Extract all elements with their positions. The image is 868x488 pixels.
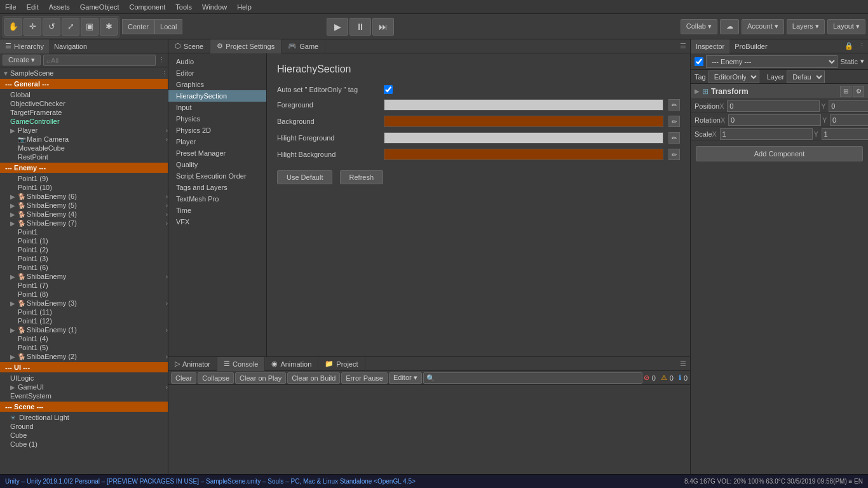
list-item[interactable]: ▶ 🐕 ShibaEnemy (7) › xyxy=(0,219,168,227)
list-item[interactable]: Point1 (8) xyxy=(0,290,168,299)
list-item[interactable]: 📷 Main Camera › xyxy=(0,135,168,144)
list-item[interactable]: ▶ 🐕 ShibaEnemy (6) › xyxy=(0,192,168,201)
tab-game[interactable]: 🎮 Game xyxy=(281,39,325,53)
auto-set-checkbox[interactable] xyxy=(384,85,393,94)
list-item[interactable]: Cube (1) xyxy=(0,440,168,449)
object-active-checkbox[interactable] xyxy=(695,57,703,66)
foreground-color[interactable] xyxy=(384,99,663,111)
hand-tool[interactable]: ✋ xyxy=(4,18,22,36)
list-item[interactable]: ▶ 🐕 ShibaEnemy (3) › xyxy=(0,299,168,308)
list-item[interactable]: EventSystem xyxy=(0,391,168,400)
list-item[interactable]: UILogic xyxy=(0,374,168,383)
rect-tool[interactable]: ▣ xyxy=(81,18,98,36)
list-item[interactable]: ▶ GameUI › xyxy=(0,383,168,391)
editor-dropdown[interactable]: Editor ▾ xyxy=(389,372,422,384)
list-item[interactable]: Point1 (11) xyxy=(0,308,168,316)
list-item[interactable]: TargetFramerate xyxy=(0,108,168,117)
inspector-lock-icon[interactable]: 🔒 xyxy=(842,42,856,50)
combo-tool[interactable]: ✱ xyxy=(100,18,118,36)
settings-item[interactable]: Audio xyxy=(168,56,266,67)
list-item[interactable]: Point1 (6) xyxy=(0,263,168,272)
menu-file[interactable]: File xyxy=(0,2,22,12)
scale-x-input[interactable] xyxy=(720,128,813,140)
list-item[interactable]: ▶ 🐕 ShibaEnemy (1) › xyxy=(0,325,168,334)
position-x-input[interactable] xyxy=(727,100,820,112)
options-icon[interactable]: ⋮ xyxy=(158,56,165,64)
settings-item[interactable]: Time xyxy=(168,205,266,216)
list-item[interactable]: MoveableCube xyxy=(0,144,168,152)
tab-project[interactable]: 📁 Project xyxy=(318,357,365,371)
collab-button[interactable]: Collab ▾ xyxy=(681,19,717,34)
tag-dropdown[interactable]: EditorOnly xyxy=(709,71,759,83)
list-item[interactable]: Global xyxy=(0,90,168,99)
collapse-button[interactable]: Collapse xyxy=(198,372,234,384)
play-button[interactable]: ▶ xyxy=(327,18,348,36)
error-pause-button[interactable]: Error Pause xyxy=(341,372,388,384)
tab-probuilder[interactable]: ProBuilder xyxy=(729,39,772,53)
account-dropdown[interactable]: Account ▾ xyxy=(742,19,784,34)
settings-item[interactable]: Input xyxy=(168,102,266,113)
list-item[interactable]: ▶ 🐕 ShibaEnemy (4) › xyxy=(0,210,168,219)
settings-item[interactable]: Editor xyxy=(168,67,266,79)
clear-button[interactable]: Clear xyxy=(171,372,196,384)
settings-item[interactable]: Player xyxy=(168,136,266,147)
console-search-input[interactable] xyxy=(423,372,642,384)
tab-animator[interactable]: ▷ Animator xyxy=(168,357,217,371)
layout-dropdown[interactable]: Layout ▾ xyxy=(827,19,865,34)
transform-grid-icon[interactable]: ⊞ xyxy=(840,86,851,97)
rotation-y-input[interactable] xyxy=(830,114,868,126)
background-color[interactable] xyxy=(384,116,663,127)
move-tool[interactable]: ✛ xyxy=(24,18,41,36)
tab-console[interactable]: ☰ Console xyxy=(217,357,265,371)
tab-hierarchy[interactable]: ☰ Hierarchy xyxy=(0,39,49,53)
settings-item[interactable]: Physics xyxy=(168,113,266,125)
use-default-button[interactable]: Use Default xyxy=(277,170,332,184)
list-item[interactable]: Point1 (10) xyxy=(0,183,168,192)
list-item[interactable]: Point1 (4) xyxy=(0,334,168,343)
position-y-input[interactable] xyxy=(829,100,868,112)
menu-component[interactable]: Component xyxy=(124,2,170,12)
rotate-tool[interactable]: ↺ xyxy=(43,18,60,36)
hilight-bg-color[interactable] xyxy=(384,149,663,160)
hilight-fg-color[interactable] xyxy=(384,132,663,144)
list-item[interactable]: GameController xyxy=(0,117,168,126)
list-item[interactable]: ☀ Directional Light xyxy=(0,413,168,422)
object-name-dropdown[interactable]: --- Enemy --- xyxy=(706,55,837,68)
tab-scene[interactable]: ⬡ Scene xyxy=(168,39,210,53)
cloud-button[interactable]: ☁ xyxy=(720,19,739,34)
create-button[interactable]: Create ▾ xyxy=(3,55,41,65)
pause-button[interactable]: ⏸ xyxy=(349,18,371,36)
hilight-fg-edit-icon[interactable]: ✏ xyxy=(668,132,680,144)
menu-gameobject[interactable]: GameObject xyxy=(75,2,125,12)
foreground-edit-icon[interactable]: ✏ xyxy=(668,99,680,111)
list-item[interactable]: RestPoint xyxy=(0,152,168,161)
list-item[interactable]: ObjectiveChecker xyxy=(0,99,168,108)
list-item[interactable]: Point1 (1) xyxy=(0,236,168,245)
list-item[interactable]: Point1 (7) xyxy=(0,281,168,290)
settings-item[interactable]: Graphics xyxy=(168,79,266,90)
center-button[interactable]: Center xyxy=(122,19,154,34)
local-button[interactable]: Local xyxy=(154,19,182,34)
menu-tools[interactable]: Tools xyxy=(170,2,197,12)
list-item[interactable]: ▶ 🐕 ShibaEnemy › xyxy=(0,272,168,281)
tab-animation[interactable]: ◉ Animation xyxy=(265,357,318,371)
tab-project-settings[interactable]: ⚙ Project Settings xyxy=(210,39,281,53)
menu-assets[interactable]: Assets xyxy=(44,2,75,12)
rotation-x-input[interactable] xyxy=(728,114,821,126)
tab-navigation[interactable]: Navigation xyxy=(49,39,92,53)
menu-help[interactable]: Help xyxy=(232,2,257,12)
scale-y-input[interactable] xyxy=(822,128,868,140)
bottom-menu-icon[interactable]: ☰ xyxy=(676,360,690,368)
list-item[interactable]: Point1 (5) xyxy=(0,343,168,352)
settings-item[interactable]: Quality xyxy=(168,159,266,170)
static-toggle[interactable]: Static ▾ xyxy=(840,57,864,65)
menu-window[interactable]: Window xyxy=(197,2,232,12)
transform-settings-icon[interactable]: ⚙ xyxy=(853,86,864,97)
settings-item[interactable]: TextMesh Pro xyxy=(168,193,266,205)
clear-on-build-button[interactable]: Clear on Build xyxy=(287,372,340,384)
scale-tool[interactable]: ⤢ xyxy=(62,18,79,36)
settings-item[interactable]: Tags and Layers xyxy=(168,182,266,193)
tree-scene-root[interactable]: ▼ SampleScene ⋮ xyxy=(0,69,168,78)
inspector-menu-icon[interactable]: ⋮ xyxy=(856,42,868,50)
tab-inspector[interactable]: Inspector xyxy=(691,39,729,53)
